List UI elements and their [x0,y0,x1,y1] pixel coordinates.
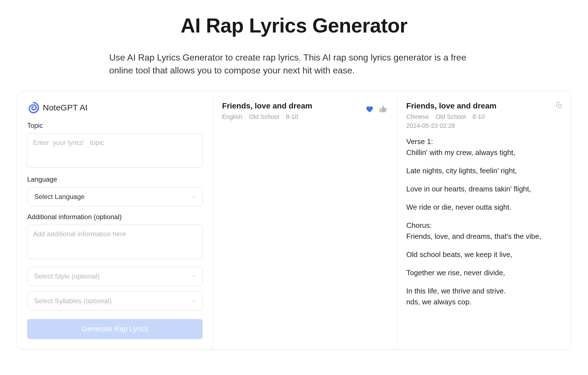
lyrics-line: Verse 1: Chillin' with my crew, always t… [406,136,563,158]
topic-label: Topic [27,122,203,129]
lyrics-line: In this life, we thrive and strive. nds,… [406,286,563,307]
result-syllables: 8-10 [286,113,298,121]
result-language: English [222,113,242,121]
result-style: Old School [249,113,279,121]
brand-logo-icon [27,101,39,114]
result-title: Friends, love and dream [222,101,312,110]
page-title: AI Rap Lyrics Generator [17,14,571,37]
language-select[interactable]: Select Language [27,187,203,206]
additional-input[interactable] [27,225,203,259]
generate-button[interactable]: Generate Rap Lyrics [27,319,203,339]
lyrics-line: We ride or die, never outta sight. [406,202,563,213]
heart-icon[interactable] [366,105,374,113]
brand-name: NoteGPT AI [43,103,88,112]
lyrics-line: Love in our hearts, dreams takin' flight… [406,184,563,195]
syllables-select[interactable]: Select Syllables (optional) [27,291,203,311]
lyrics-line: Together we rise, never divide, [406,267,563,278]
form-panel: NoteGPT AI Topic Language Select Languag… [17,91,213,349]
lyrics-timestamp: 2024-05-23 02:28 [406,122,556,129]
style-select[interactable]: Select Style (optional) [27,267,203,286]
lyrics-style: Old School [436,113,466,121]
topic-input[interactable] [27,133,203,168]
thumbs-up-icon[interactable] [379,105,387,113]
brand-row: NoteGPT AI [27,101,203,114]
lyrics-line: Chorus: Friends, love, and dreams, that'… [406,220,563,242]
svg-rect-0 [558,105,561,108]
main-card: NoteGPT AI Topic Language Select Languag… [17,91,571,349]
result-panel: Friends, love and dream English Old Scho… [213,91,397,349]
language-label: Language [27,175,203,183]
lyrics-meta: Chinese Old School 8-10 [406,113,556,121]
additional-label: Additional information (optional) [27,213,203,221]
lyrics-line: Late nights, city lights, feelin' right, [406,165,563,176]
lyrics-language: Chinese [406,113,429,121]
lyrics-panel: Friends, love and dream Chinese Old Scho… [397,91,571,349]
lyrics-syllables: 8-10 [472,113,485,121]
lyrics-title: Friends, love and dream [406,101,556,110]
lyrics-line: Old school beats, we keep it live, [406,249,563,260]
lyrics-body: Verse 1: Chillin' with my crew, always t… [406,136,563,307]
copy-icon[interactable] [556,102,563,109]
page-subtitle: Use AI Rap Lyrics Generator to create ra… [64,51,524,77]
result-meta: English Old School 8-10 [222,113,312,121]
